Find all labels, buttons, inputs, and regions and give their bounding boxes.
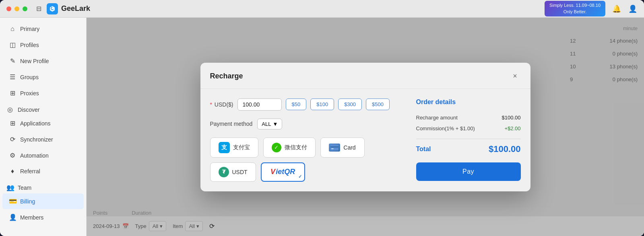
amount-500-button[interactable]: $500 — [366, 99, 390, 110]
close-button[interactable] — [6, 6, 11, 11]
applications-icon: ⊞ — [9, 119, 16, 127]
home-icon: ⌂ — [9, 25, 16, 33]
payment-dropdown[interactable]: ALL ▼ — [257, 119, 282, 129]
content-area: minute 1214 phone(s) 110 phone(s) 1013 p… — [87, 18, 644, 236]
amount-row: * USD($) $50 $100 $300 $500 — [210, 99, 400, 111]
synchronizer-icon: ⟳ — [9, 135, 16, 143]
payment-option-alipay[interactable]: 支 支付宝 — [210, 137, 258, 158]
svg-rect-1 — [330, 146, 339, 148]
total-amount: $100.00 — [489, 144, 521, 154]
commission-row: Commission(1% + $1.00) +$2.00 — [416, 123, 521, 134]
sidebar: ⌂ Primary ◫ Profiles ✎ New Profile ☰ Gro… — [0, 18, 87, 236]
minimize-button[interactable] — [14, 6, 19, 11]
sidebar-item-applications[interactable]: ⊞ Applications — [2, 115, 84, 131]
sidebar-item-synchronizer[interactable]: ⟳ Synchronizer — [2, 131, 84, 147]
currency-label: * USD($) — [210, 101, 233, 108]
sidebar-item-referral[interactable]: ♦ Referral — [2, 164, 84, 179]
recharge-amount-value: $100.00 — [502, 115, 521, 121]
sidebar-item-new-profile[interactable]: ✎ New Profile — [2, 53, 84, 69]
payment-method-label: Payment method — [210, 121, 253, 127]
sidebar-item-billing[interactable]: 💳 Billing — [2, 193, 84, 209]
modal-body: * USD($) $50 $100 $300 $500 — [200, 89, 530, 191]
user-avatar-icon[interactable]: 👤 — [628, 4, 638, 14]
billing-icon: 💳 — [9, 197, 16, 205]
title-bar-right: Simply Less. 11.09~08.10 Only Better. 🔔 … — [545, 1, 638, 16]
notification-bell-icon[interactable]: 🔔 — [612, 4, 621, 14]
modal-overlay: Recharge × * USD($) — [87, 18, 644, 236]
modal-right: Order details Recharge amount $100.00 Co… — [416, 99, 521, 182]
payment-option-wechat[interactable]: ✓ 微信支付 — [263, 137, 316, 158]
team-icon: 👥 — [6, 184, 14, 191]
amount-300-button[interactable]: $300 — [338, 99, 362, 110]
sidebar-item-primary[interactable]: ⌂ Primary — [2, 21, 84, 37]
brand-logo-icon — [47, 3, 58, 14]
maximize-button[interactable] — [23, 6, 27, 11]
discover-icon: ◎ — [6, 106, 14, 113]
payment-option-vietqr[interactable]: VietQR — [261, 162, 305, 182]
sidebar-label-referral: Referral — [20, 168, 40, 174]
payment-option-card[interactable]: Card — [320, 137, 365, 158]
title-bar: ⊟ GeeLark Simply Less. 11.09~08.10 Only … — [0, 0, 644, 18]
modal-close-button[interactable]: × — [510, 71, 521, 82]
recharge-modal: Recharge × * USD($) — [200, 63, 530, 191]
amount-100-button[interactable]: $100 — [310, 99, 334, 110]
payment-methods-grid: 支 支付宝 ✓ 微信支付 — [210, 137, 400, 182]
brand-name: GeeLark — [61, 4, 90, 13]
sidebar-label-automation: Automation — [20, 152, 49, 159]
modal-header: Recharge × — [200, 63, 530, 89]
brand: GeeLark — [47, 3, 90, 14]
sidebar-label-team: Team — [18, 185, 31, 191]
amount-input[interactable] — [237, 99, 282, 111]
promo-banner[interactable]: Simply Less. 11.09~08.10 Only Better. — [545, 1, 605, 16]
wechat-label: 微信支付 — [285, 144, 307, 151]
sidebar-item-team[interactable]: 👥 Team — [6, 184, 80, 191]
promo-text-line2: Only Better. — [549, 9, 601, 15]
sidebar-item-profiles[interactable]: ◫ Profiles — [2, 37, 84, 53]
payment-dropdown-value: ALL — [262, 121, 271, 127]
app-window: ⊟ GeeLark Simply Less. 11.09~08.10 Only … — [0, 0, 644, 236]
traffic-lights — [6, 6, 27, 11]
sidebar-label-proxies: Proxies — [20, 90, 39, 96]
referral-icon: ♦ — [9, 168, 16, 175]
alipay-icon: 支 — [219, 142, 230, 153]
sidebar-item-proxies[interactable]: ⊞ Proxies — [2, 85, 84, 101]
sidebar-label-billing: Billing — [20, 198, 35, 205]
recharge-amount-label: Recharge amount — [416, 115, 458, 121]
total-row: Total $100.00 — [416, 144, 521, 154]
sidebar-item-automation[interactable]: ⚙ Automation — [2, 148, 84, 163]
svg-rect-2 — [331, 148, 334, 149]
chevron-down-icon: ▼ — [272, 121, 278, 127]
profiles-icon: ◫ — [9, 41, 16, 49]
pay-button[interactable]: Pay — [416, 162, 521, 181]
sidebar-label-synchronizer: Synchronizer — [20, 136, 53, 143]
proxies-icon: ⊞ — [9, 89, 16, 97]
sidebar-item-discover[interactable]: ◎ Discover — [6, 106, 80, 113]
payment-option-usdt[interactable]: ₮ USDT — [210, 162, 256, 182]
sidebar-toggle[interactable]: ⊟ — [34, 4, 43, 14]
usdt-label: USDT — [232, 169, 248, 175]
discover-section-label: ◎ Discover — [0, 103, 86, 115]
card-label: Card — [343, 144, 355, 151]
sidebar-label-discover: Discover — [18, 107, 39, 113]
sidebar-label-primary: Primary — [20, 26, 39, 32]
sidebar-item-members[interactable]: 👤 Members — [2, 209, 84, 225]
automation-icon: ⚙ — [9, 152, 16, 159]
promo-text-line1: Simply Less. 11.09~08.10 — [549, 2, 601, 8]
sidebar-item-groups[interactable]: ☰ Groups — [2, 69, 84, 85]
currency-name: USD($) — [215, 101, 233, 108]
sidebar-label-new-profile: New Profile — [20, 58, 49, 64]
commission-label: Commission(1% + $1.00) — [416, 125, 475, 131]
sidebar-label-members: Members — [20, 214, 43, 221]
wechat-icon: ✓ — [272, 143, 281, 152]
new-profile-icon: ✎ — [9, 57, 16, 65]
usdt-icon: ₮ — [219, 167, 229, 177]
required-star: * — [210, 101, 212, 108]
sidebar-label-profiles: Profiles — [20, 42, 39, 48]
modal-left: * USD($) $50 $100 $300 $500 — [210, 99, 400, 182]
team-section: 👥 Team — [0, 181, 86, 193]
alipay-label: 支付宝 — [233, 144, 250, 151]
amount-50-button[interactable]: $50 — [286, 99, 307, 110]
modal-title: Recharge — [210, 72, 243, 80]
sidebar-label-groups: Groups — [20, 74, 39, 80]
vietqr-icon: VietQR — [270, 168, 295, 176]
